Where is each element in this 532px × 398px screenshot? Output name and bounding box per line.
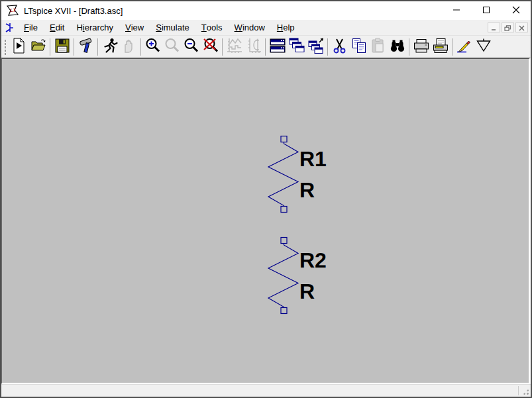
new-schematic-icon <box>11 37 28 57</box>
plot-settings-button <box>244 37 263 56</box>
halt-button <box>119 37 138 56</box>
caption-buttons <box>441 1 531 20</box>
run-icon <box>101 37 119 57</box>
save-icon <box>54 37 71 57</box>
print-icon <box>413 37 430 57</box>
cascade-windows-icon <box>288 37 305 57</box>
toolbar-separator <box>222 38 223 56</box>
save-button[interactable] <box>52 37 72 56</box>
toolbar <box>1 36 531 58</box>
ltspice-logo-icon: LT <box>6 5 19 17</box>
toolbar-separator <box>140 38 141 56</box>
toolbar-separator <box>327 38 328 56</box>
close-button[interactable] <box>501 1 531 20</box>
tile-windows-icon <box>269 37 286 57</box>
window-title: LTspice XVII - [Draft3.asc] <box>24 6 441 16</box>
toolbar-separator <box>265 38 266 56</box>
run-button[interactable] <box>100 37 119 56</box>
toolbar-separator <box>74 38 74 56</box>
wire-icon <box>456 37 473 57</box>
toolbar-separator <box>97 38 98 56</box>
title-bar: LT LTspice XVII - [Draft3.asc] <box>1 1 531 20</box>
plot-settings-icon <box>245 37 262 57</box>
child-window-buttons <box>486 23 528 32</box>
toolbar-separator <box>50 38 50 56</box>
mdi-close-icon <box>518 22 525 34</box>
resize-grip[interactable] <box>521 387 530 396</box>
child-close-button[interactable] <box>515 23 528 32</box>
menu-edit[interactable]: Edit <box>44 20 70 35</box>
cut-button[interactable] <box>330 37 349 56</box>
component-value-R2[interactable]: R <box>299 281 315 302</box>
schematic-canvas[interactable]: R1RR2R <box>1 58 531 384</box>
close-icon <box>512 5 520 17</box>
status-bar-divider <box>518 386 519 395</box>
mdi-restore-icon <box>504 22 511 34</box>
zoom-full-extents-icon <box>202 37 219 57</box>
menu-items: FileEditHierarchyViewSimulateToolsWindow… <box>18 20 301 35</box>
toolbar-buttons <box>9 37 493 56</box>
child-restore-button[interactable] <box>502 23 514 32</box>
component-designator-R2[interactable]: R2 <box>299 250 327 271</box>
toolbar-separator <box>452 38 452 56</box>
resistor-symbol-R1[interactable] <box>267 134 300 217</box>
zoom-full-extents-button[interactable] <box>201 37 220 56</box>
svg-text:LT: LT <box>10 7 17 13</box>
component-value-R1[interactable]: R <box>299 179 315 201</box>
menu-hierarchy[interactable]: Hierarchy <box>70 20 119 35</box>
maximize-icon <box>482 5 490 17</box>
print-button[interactable] <box>411 37 431 56</box>
schematic-document-icon[interactable] <box>3 22 18 34</box>
paste-icon <box>370 37 387 57</box>
component-designator-R1[interactable]: R1 <box>299 148 327 170</box>
menu-file[interactable]: File <box>18 20 44 35</box>
menu-simulate[interactable]: Simulate <box>150 20 195 35</box>
control-panel-button[interactable] <box>76 37 95 56</box>
autorange-y-axis-icon <box>226 37 243 57</box>
status-bar <box>1 384 531 397</box>
menu-tools[interactable]: Tools <box>195 20 229 35</box>
control-panel-icon <box>78 37 95 57</box>
find-icon <box>389 37 406 57</box>
minimize-icon <box>452 5 460 17</box>
print-setup-button[interactable] <box>431 37 450 56</box>
open-button[interactable] <box>28 37 48 56</box>
menu-window[interactable]: Window <box>229 20 271 35</box>
menu-bar: FileEditHierarchyViewSimulateToolsWindow… <box>1 20 531 36</box>
minimize-button[interactable] <box>441 1 471 20</box>
menu-view[interactable]: View <box>119 20 150 35</box>
wire-button[interactable] <box>454 37 474 56</box>
autorange-y-axis-button <box>225 37 244 56</box>
copy-button[interactable] <box>349 37 368 56</box>
mdi-minimize-icon <box>490 22 498 34</box>
tile-windows-button[interactable] <box>268 37 287 56</box>
resistor-symbol-R2[interactable] <box>267 236 300 318</box>
child-minimize-button[interactable] <box>488 23 500 32</box>
print-setup-icon <box>432 37 449 57</box>
cascade-arrange-button[interactable] <box>306 37 325 56</box>
zoom-back-icon <box>164 37 181 57</box>
zoom-in-button[interactable] <box>143 37 162 56</box>
app-window: LT LTspice XVII - [Draft3.asc] FileEditH… <box>0 0 532 398</box>
ground-button[interactable] <box>474 37 493 56</box>
new-schematic-button[interactable] <box>9 37 28 56</box>
menu-help[interactable]: Help <box>271 20 301 35</box>
ground-icon <box>475 37 492 57</box>
toolbar-grip-handle[interactable] <box>3 38 7 56</box>
zoom-out-button[interactable] <box>182 37 201 56</box>
zoom-back-button <box>162 37 182 56</box>
zoom-in-icon <box>144 37 162 57</box>
find-button[interactable] <box>388 37 407 56</box>
copy-icon <box>350 37 368 57</box>
cascade-arrange-icon <box>307 37 325 57</box>
zoom-out-icon <box>183 37 200 57</box>
halt-icon <box>121 37 138 57</box>
cascade-windows-button[interactable] <box>287 37 306 56</box>
open-icon <box>30 37 47 57</box>
cut-icon <box>331 37 348 57</box>
maximize-button[interactable] <box>471 1 501 20</box>
paste-button <box>368 37 388 56</box>
toolbar-separator <box>409 38 409 56</box>
